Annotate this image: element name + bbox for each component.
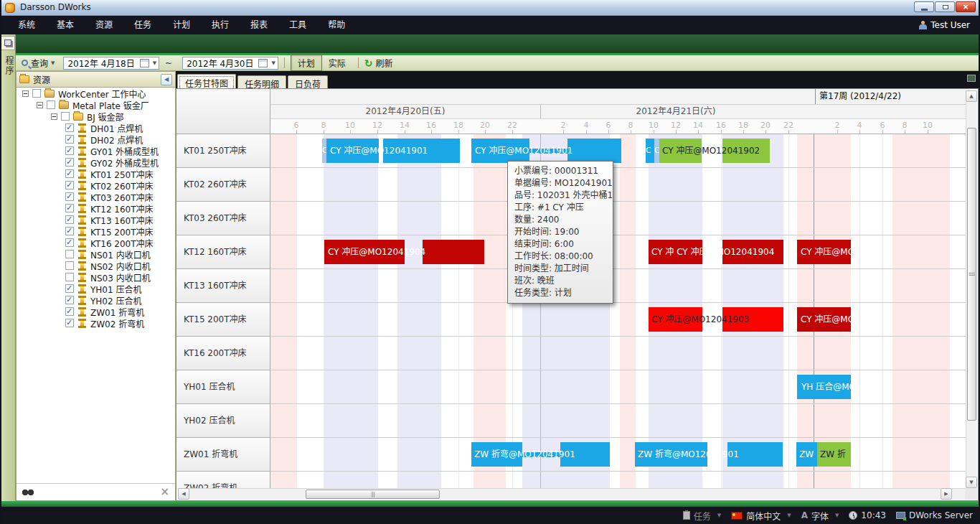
tree-item[interactable]: ZW02 折弯机	[17, 317, 175, 329]
tree-checkbox[interactable]	[65, 204, 74, 212]
tree-item[interactable]: YH01 压合机	[17, 283, 175, 294]
query-button[interactable]: 查询	[31, 57, 48, 69]
tree-checkbox[interactable]	[65, 227, 74, 235]
horizontal-scrollbar[interactable]: ◀ ▶	[178, 488, 965, 500]
tree-item[interactable]: KT01 250T冲床	[17, 168, 175, 179]
minimize-button[interactable]	[914, 1, 934, 12]
status-item[interactable]: DWorks Server	[896, 510, 973, 520]
status-item[interactable]: 简体中文▼	[731, 510, 791, 522]
menu-item[interactable]: 任务	[123, 16, 162, 34]
close-button[interactable]: ×	[956, 1, 976, 12]
calendar-icon[interactable]	[140, 59, 149, 67]
tree-checkbox[interactable]	[65, 273, 74, 281]
clear-filter-icon[interactable]: ×	[160, 485, 169, 498]
tree-item[interactable]: YH02 压合机	[17, 294, 175, 306]
tree-item[interactable]: Metal Plate 钣金厂	[17, 99, 175, 111]
actual-toggle-button[interactable]: 实际	[322, 55, 352, 70]
dropdown-icon[interactable]: ▼	[835, 513, 839, 518]
tree-checkbox[interactable]	[65, 261, 74, 270]
horizontal-scroll-thumb[interactable]	[306, 490, 440, 499]
tree-item[interactable]: KT03 260T冲床	[17, 191, 175, 202]
tree-checkbox[interactable]	[65, 215, 74, 224]
menu-item[interactable]: 执行	[201, 16, 240, 34]
menu-item[interactable]: 报表	[240, 16, 278, 34]
scroll-left-icon[interactable]: ◀	[178, 488, 189, 500]
task-bar-segment[interactable]	[423, 240, 484, 264]
tree-checkbox[interactable]	[65, 169, 74, 178]
task-bar-segment[interactable]: C	[654, 139, 659, 163]
menu-item[interactable]: 系统	[7, 16, 46, 34]
refresh-button[interactable]: 刷新	[376, 57, 393, 69]
date-to-value[interactable]: 2012年 4月30日	[183, 57, 257, 69]
menu-item[interactable]: 帮助	[317, 16, 356, 34]
collapse-panel-button[interactable]: ◀	[161, 74, 172, 85]
status-item[interactable]: A字体▼	[801, 510, 839, 522]
tree-item[interactable]: KT15 200T冲床	[17, 225, 175, 237]
tree-item[interactable]: BJ 钣金部	[17, 111, 175, 122]
tree-expander-icon[interactable]	[51, 113, 57, 120]
find-icon[interactable]	[22, 488, 34, 496]
scroll-right-icon[interactable]: ▶	[941, 488, 952, 500]
dropdown-icon[interactable]: ▼	[717, 513, 721, 518]
query-dropdown-icon[interactable]: ▼	[51, 60, 55, 66]
dropdown-icon[interactable]: ▼	[787, 513, 791, 518]
scroll-up-icon[interactable]: ▲	[966, 90, 977, 102]
tree-checkbox[interactable]	[47, 100, 55, 109]
menu-item[interactable]: 工具	[278, 16, 317, 34]
date-from-value[interactable]: 2012年 4月18日	[64, 57, 138, 69]
tree-checkbox[interactable]	[65, 158, 74, 167]
tree-item[interactable]: GY01 外桶成型机	[17, 145, 175, 156]
tree-item[interactable]: DH02 点焊机	[17, 134, 175, 145]
tree-checkbox[interactable]	[65, 135, 74, 144]
tree-item[interactable]: GY02 外桶成型机	[17, 156, 175, 168]
scroll-down-icon[interactable]: ▼	[966, 477, 977, 488]
date-to-dropdown-icon[interactable]: ▼	[271, 60, 275, 66]
menu-item[interactable]: 计划	[162, 16, 201, 34]
tree-item[interactable]: NS02 内收口机	[17, 260, 175, 271]
tree-checkbox[interactable]	[65, 284, 74, 293]
vertical-scroll-thumb[interactable]	[967, 128, 976, 421]
tree-expander-icon[interactable]	[22, 90, 29, 97]
tree-item[interactable]: DH01 点焊机	[17, 122, 175, 134]
status-item[interactable]: 10:43	[849, 510, 886, 520]
plan-toggle-button[interactable]: 计划	[291, 55, 322, 71]
restore-button[interactable]	[935, 1, 955, 12]
tree-item[interactable]: KT12 160T冲床	[17, 202, 175, 214]
date-from-dropdown-icon[interactable]: ▼	[153, 60, 156, 66]
current-user[interactable]: Test User	[919, 16, 970, 34]
tree-checkbox[interactable]	[65, 307, 74, 316]
tree-checkbox[interactable]	[65, 181, 74, 190]
task-bar-segment[interactable]	[567, 139, 621, 163]
tree-item[interactable]: NS01 内收口机	[17, 248, 175, 260]
tree-checkbox[interactable]	[32, 89, 41, 98]
tree-item[interactable]: NS03 内收口机	[17, 271, 175, 283]
restore-panel-icon[interactable]	[1, 36, 15, 50]
tree-checkbox[interactable]	[65, 123, 74, 132]
calendar-icon[interactable]	[258, 59, 268, 67]
tree-item[interactable]: WorkCenter 工作中心	[17, 88, 175, 99]
date-from-picker[interactable]: 2012年 4月18日 ▼	[63, 57, 159, 70]
menu-item[interactable]: 基本	[46, 16, 85, 34]
tree-checkbox[interactable]	[65, 146, 74, 155]
tree-item[interactable]: KT16 200T冲床	[17, 237, 175, 248]
vertical-scrollbar[interactable]: ▲ ▼	[966, 90, 977, 488]
tree-checkbox[interactable]	[65, 319, 74, 327]
status-item[interactable]: 任务▼	[683, 510, 721, 522]
tree-expander-icon[interactable]	[37, 102, 43, 108]
window-list-icon[interactable]	[967, 75, 976, 82]
tree-checkbox[interactable]	[65, 250, 74, 258]
task-bar-label: CY 冲压@MO1	[801, 307, 860, 332]
tree-item[interactable]: KT13 160T冲床	[17, 214, 175, 225]
date-to-picker[interactable]: 2012年 4月30日 ▼	[182, 57, 278, 70]
task-bar-label: CY 冲压@MO12041901	[475, 139, 573, 163]
tree-checkbox[interactable]	[65, 192, 74, 201]
task-bar-segment[interactable]: C	[646, 139, 654, 163]
menu-item[interactable]: 资源	[85, 16, 123, 34]
tree-item-label: KT13 160T冲床	[90, 214, 154, 226]
tree-checkbox[interactable]	[65, 296, 74, 304]
tree-item[interactable]: KT02 260T冲床	[17, 179, 175, 191]
tree-checkbox[interactable]	[61, 112, 70, 121]
collapsed-program-panel[interactable]: 程序	[0, 34, 16, 501]
tree-checkbox[interactable]	[65, 238, 74, 247]
tree-item[interactable]: ZW01 折弯机	[17, 306, 175, 317]
